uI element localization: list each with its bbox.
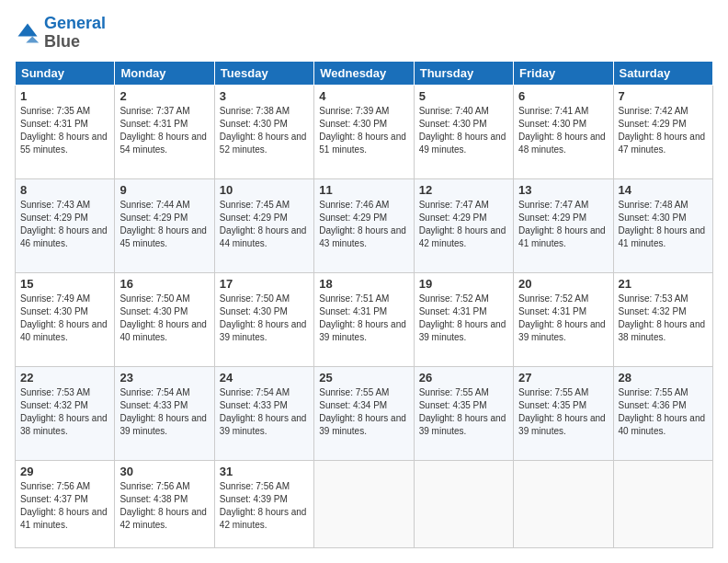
weekday-header-row: SundayMondayTuesdayWednesdayThursdayFrid… [16, 61, 713, 85]
day-info: Sunrise: 7:43 AMSunset: 4:29 PMDaylight:… [20, 200, 108, 248]
day-info: Sunrise: 7:42 AMSunset: 4:29 PMDaylight:… [619, 106, 706, 155]
calendar-table: SundayMondayTuesdayWednesdayThursdayFrid… [15, 61, 713, 548]
day-cell [514, 460, 613, 547]
day-number: 15 [20, 277, 109, 291]
day-cell: 29 Sunrise: 7:56 AMSunset: 4:37 PMDaylig… [16, 460, 115, 547]
day-info: Sunrise: 7:39 AMSunset: 4:30 PMDaylight:… [319, 106, 406, 155]
day-cell: 27 Sunrise: 7:55 AMSunset: 4:35 PMDaylig… [514, 366, 613, 460]
day-info: Sunrise: 7:49 AMSunset: 4:30 PMDaylight:… [20, 293, 108, 342]
day-cell: 8 Sunrise: 7:43 AMSunset: 4:29 PMDayligh… [16, 178, 115, 272]
day-info: Sunrise: 7:55 AMSunset: 4:35 PMDaylight:… [419, 387, 506, 436]
day-number: 4 [319, 89, 408, 103]
day-info: Sunrise: 7:44 AMSunset: 4:29 PMDaylight:… [119, 200, 207, 248]
weekday-header-sunday: Sunday [16, 61, 115, 85]
day-number: 18 [319, 277, 408, 291]
day-number: 1 [20, 89, 109, 103]
day-number: 9 [119, 183, 209, 197]
day-cell: 25 Sunrise: 7:55 AMSunset: 4:34 PMDaylig… [314, 366, 414, 460]
day-number: 31 [220, 465, 309, 478]
weekday-header-friday: Friday [514, 61, 613, 85]
weekday-header-monday: Monday [115, 61, 214, 85]
logo-text: General Blue [44, 15, 106, 52]
day-info: Sunrise: 7:52 AMSunset: 4:31 PMDaylight:… [419, 293, 506, 342]
weekday-header-wednesday: Wednesday [314, 61, 414, 85]
day-number: 19 [419, 277, 508, 291]
day-cell [414, 460, 513, 547]
day-info: Sunrise: 7:56 AMSunset: 4:38 PMDaylight:… [119, 481, 207, 530]
day-info: Sunrise: 7:50 AMSunset: 4:30 PMDaylight:… [119, 293, 207, 342]
week-row-2: 8 Sunrise: 7:43 AMSunset: 4:29 PMDayligh… [16, 178, 713, 272]
day-info: Sunrise: 7:46 AMSunset: 4:29 PMDaylight:… [319, 200, 406, 248]
day-number: 12 [419, 183, 508, 197]
day-cell: 19 Sunrise: 7:52 AMSunset: 4:31 PMDaylig… [414, 272, 513, 366]
day-number: 28 [619, 371, 708, 385]
day-info: Sunrise: 7:47 AMSunset: 4:29 PMDaylight:… [419, 200, 506, 248]
day-number: 8 [20, 183, 109, 197]
day-cell: 14 Sunrise: 7:48 AMSunset: 4:30 PMDaylig… [613, 178, 712, 272]
day-number: 24 [220, 371, 309, 385]
day-number: 22 [20, 371, 109, 385]
day-info: Sunrise: 7:45 AMSunset: 4:29 PMDaylight:… [220, 200, 307, 248]
day-number: 5 [419, 89, 508, 103]
day-cell: 10 Sunrise: 7:45 AMSunset: 4:29 PMDaylig… [214, 178, 313, 272]
day-number: 21 [619, 277, 708, 291]
day-number: 11 [319, 183, 408, 197]
week-row-1: 1 Sunrise: 7:35 AMSunset: 4:31 PMDayligh… [16, 85, 713, 178]
day-cell: 18 Sunrise: 7:51 AMSunset: 4:31 PMDaylig… [314, 272, 414, 366]
day-info: Sunrise: 7:53 AMSunset: 4:32 PMDaylight:… [619, 293, 706, 342]
day-number: 30 [119, 465, 209, 478]
header: General Blue [15, 15, 713, 52]
page: General Blue SundayMondayTuesdayWednesda… [0, 0, 728, 563]
day-info: Sunrise: 7:51 AMSunset: 4:31 PMDaylight:… [319, 293, 406, 342]
day-info: Sunrise: 7:37 AMSunset: 4:31 PMDaylight:… [119, 106, 207, 155]
day-number: 10 [220, 183, 309, 197]
day-info: Sunrise: 7:40 AMSunset: 4:30 PMDaylight:… [419, 106, 506, 155]
day-info: Sunrise: 7:41 AMSunset: 4:30 PMDaylight:… [518, 106, 606, 155]
day-cell: 7 Sunrise: 7:42 AMSunset: 4:29 PMDayligh… [613, 85, 712, 178]
svg-marker-1 [26, 36, 39, 42]
day-cell: 2 Sunrise: 7:37 AMSunset: 4:31 PMDayligh… [115, 85, 214, 178]
logo: General Blue [15, 15, 106, 52]
day-info: Sunrise: 7:54 AMSunset: 4:33 PMDaylight:… [119, 387, 207, 436]
weekday-header-thursday: Thursday [414, 61, 513, 85]
logo-icon [15, 20, 40, 46]
day-info: Sunrise: 7:38 AMSunset: 4:30 PMDaylight:… [220, 106, 307, 155]
day-cell [314, 460, 414, 547]
day-cell: 13 Sunrise: 7:47 AMSunset: 4:29 PMDaylig… [514, 178, 613, 272]
day-number: 17 [220, 277, 309, 291]
week-row-4: 22 Sunrise: 7:53 AMSunset: 4:32 PMDaylig… [16, 366, 713, 460]
day-number: 7 [619, 89, 708, 103]
day-info: Sunrise: 7:54 AMSunset: 4:33 PMDaylight:… [220, 387, 307, 436]
day-number: 3 [220, 89, 309, 103]
day-info: Sunrise: 7:47 AMSunset: 4:29 PMDaylight:… [518, 200, 606, 248]
weekday-header-tuesday: Tuesday [214, 61, 313, 85]
day-cell: 24 Sunrise: 7:54 AMSunset: 4:33 PMDaylig… [214, 366, 313, 460]
day-cell: 28 Sunrise: 7:55 AMSunset: 4:36 PMDaylig… [613, 366, 712, 460]
day-info: Sunrise: 7:50 AMSunset: 4:30 PMDaylight:… [220, 293, 307, 342]
day-number: 27 [518, 371, 608, 385]
week-row-5: 29 Sunrise: 7:56 AMSunset: 4:37 PMDaylig… [16, 460, 713, 547]
day-info: Sunrise: 7:56 AMSunset: 4:39 PMDaylight:… [220, 481, 307, 530]
day-number: 6 [518, 89, 608, 103]
day-cell: 22 Sunrise: 7:53 AMSunset: 4:32 PMDaylig… [16, 366, 115, 460]
day-number: 14 [619, 183, 708, 197]
day-cell: 15 Sunrise: 7:49 AMSunset: 4:30 PMDaylig… [16, 272, 115, 366]
day-info: Sunrise: 7:55 AMSunset: 4:34 PMDaylight:… [319, 387, 406, 436]
weekday-header-saturday: Saturday [613, 61, 712, 85]
day-cell [613, 460, 712, 547]
day-cell: 20 Sunrise: 7:52 AMSunset: 4:31 PMDaylig… [514, 272, 613, 366]
day-number: 29 [20, 465, 109, 478]
day-cell: 31 Sunrise: 7:56 AMSunset: 4:39 PMDaylig… [214, 460, 313, 547]
day-cell: 16 Sunrise: 7:50 AMSunset: 4:30 PMDaylig… [115, 272, 214, 366]
day-info: Sunrise: 7:53 AMSunset: 4:32 PMDaylight:… [20, 387, 108, 436]
day-cell: 4 Sunrise: 7:39 AMSunset: 4:30 PMDayligh… [314, 85, 414, 178]
day-number: 13 [518, 183, 608, 197]
day-info: Sunrise: 7:35 AMSunset: 4:31 PMDaylight:… [20, 106, 108, 155]
day-cell: 12 Sunrise: 7:47 AMSunset: 4:29 PMDaylig… [414, 178, 513, 272]
day-cell: 1 Sunrise: 7:35 AMSunset: 4:31 PMDayligh… [16, 85, 115, 178]
day-number: 20 [518, 277, 608, 291]
day-cell: 30 Sunrise: 7:56 AMSunset: 4:38 PMDaylig… [115, 460, 214, 547]
day-cell: 23 Sunrise: 7:54 AMSunset: 4:33 PMDaylig… [115, 366, 214, 460]
day-info: Sunrise: 7:55 AMSunset: 4:36 PMDaylight:… [619, 387, 706, 436]
day-info: Sunrise: 7:55 AMSunset: 4:35 PMDaylight:… [518, 387, 606, 436]
